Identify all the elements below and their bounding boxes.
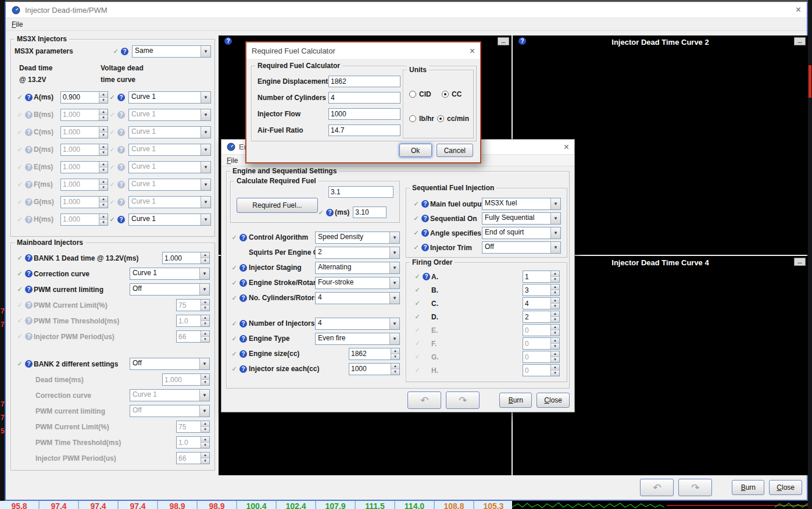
help-icon[interactable]: ? xyxy=(239,365,247,373)
setting-spinner[interactable]: ▲▼ xyxy=(349,363,400,375)
setting-combo[interactable]: MS3X fuel▼ xyxy=(482,198,561,210)
dropdown-arrow-icon[interactable]: ▼ xyxy=(201,162,210,173)
field-input[interactable] xyxy=(328,76,400,87)
firing-order-spinner[interactable]: ▲▼ xyxy=(523,270,560,283)
help-icon[interactable]: ? xyxy=(117,181,125,188)
help-icon[interactable]: ? xyxy=(117,129,125,136)
dropdown-arrow-icon[interactable]: ▼ xyxy=(201,127,210,138)
dropdown-arrow-icon[interactable]: ▼ xyxy=(550,242,560,253)
dropdown-arrow-icon[interactable]: ▼ xyxy=(201,197,210,208)
spinner-arrows[interactable]: ▲▼ xyxy=(99,144,108,155)
unit-radio[interactable]: CID xyxy=(409,90,431,98)
setting-spinner[interactable]: ▲▼ xyxy=(349,348,400,360)
help-icon[interactable]: ? xyxy=(121,48,128,55)
setting-combo[interactable]: 4▼ xyxy=(315,318,400,330)
spinner-arrows[interactable]: ▲▼ xyxy=(391,348,399,359)
spinner-arrows[interactable]: ▲▼ xyxy=(201,300,209,311)
spinner-input[interactable] xyxy=(523,365,550,376)
spinner-arrows[interactable]: ▲▼ xyxy=(391,364,399,375)
ok-button[interactable]: Ok xyxy=(399,144,432,157)
spinner-input[interactable] xyxy=(177,331,201,342)
dropdown-arrow-icon[interactable]: ▼ xyxy=(199,405,209,417)
spinner-input[interactable] xyxy=(349,348,391,359)
spinner-input[interactable] xyxy=(177,300,201,311)
spinner-arrows[interactable]: ▲▼ xyxy=(201,252,209,264)
setting-combo[interactable]: End of squirt▼ xyxy=(482,227,561,239)
dropdown-arrow-icon[interactable]: ▼ xyxy=(201,46,210,57)
setting-combo[interactable]: Curve 1▼ xyxy=(130,389,210,401)
deadtime-spinner[interactable]: ▲▼ xyxy=(60,109,108,121)
chart-menu-button[interactable]: ... xyxy=(498,37,509,45)
help-icon[interactable]: ? xyxy=(239,294,247,302)
help-icon[interactable]: ? xyxy=(117,94,125,101)
radio-circle-icon[interactable] xyxy=(437,115,444,122)
close-icon[interactable]: × xyxy=(470,47,475,56)
setting-combo[interactable]: Fully Sequential▼ xyxy=(482,212,561,225)
spinner-arrows[interactable]: ▲▼ xyxy=(550,311,559,322)
spinner-arrows[interactable]: ▲▼ xyxy=(550,325,559,336)
spinner-input[interactable] xyxy=(61,162,99,173)
help-icon[interactable]: ? xyxy=(421,244,429,251)
help-icon[interactable]: ? xyxy=(117,163,125,171)
spinner-input[interactable] xyxy=(177,437,201,448)
spinner-arrows[interactable]: ▲▼ xyxy=(201,331,209,342)
voltage-curve-combo[interactable]: Curve 1▼ xyxy=(128,213,211,226)
redo-button[interactable]: ↷ xyxy=(446,391,480,409)
setting-combo[interactable]: Off▼ xyxy=(482,241,561,254)
spinner-arrows[interactable]: ▲▼ xyxy=(99,197,108,208)
spinner-input[interactable] xyxy=(177,453,201,464)
setting-combo[interactable]: Four-stroke▼ xyxy=(315,277,400,289)
setting-spinner[interactable]: ▲▼ xyxy=(176,299,210,311)
help-icon[interactable]: ? xyxy=(25,181,33,188)
close-button[interactable]: Close xyxy=(536,393,570,408)
dropdown-arrow-icon[interactable]: ▼ xyxy=(199,284,209,295)
unit-radio[interactable]: CC xyxy=(442,90,462,98)
setting-combo[interactable]: 4▼ xyxy=(315,292,400,304)
spinner-arrows[interactable]: ▲▼ xyxy=(550,271,559,282)
menu-file[interactable]: File xyxy=(227,156,238,165)
spinner-input[interactable] xyxy=(61,109,99,120)
spinner-input[interactable] xyxy=(61,214,99,225)
dropdown-arrow-icon[interactable]: ▼ xyxy=(199,268,209,279)
help-icon[interactable]: ? xyxy=(239,279,247,287)
spinner-input[interactable] xyxy=(177,315,201,326)
radio-circle-icon[interactable] xyxy=(442,91,449,98)
spinner-input[interactable] xyxy=(61,92,99,103)
help-icon[interactable]: ? xyxy=(421,200,429,208)
spinner-input[interactable] xyxy=(523,298,550,309)
dropdown-arrow-icon[interactable]: ▼ xyxy=(550,213,560,224)
chart-menu-button[interactable]: ... xyxy=(794,37,806,45)
setting-spinner[interactable]: ▲▼ xyxy=(176,315,210,327)
spinner-arrows[interactable]: ▲▼ xyxy=(550,298,559,309)
radio-circle-icon[interactable] xyxy=(409,115,416,122)
help-icon[interactable]: ? xyxy=(25,301,33,309)
spinner-arrows[interactable]: ▲▼ xyxy=(550,284,559,296)
voltage-curve-combo[interactable]: Curve 1▼ xyxy=(128,91,211,104)
help-icon[interactable]: ? xyxy=(25,146,33,154)
deadtime-spinner[interactable]: ▲▼ xyxy=(60,161,108,173)
help-icon[interactable]: ? xyxy=(117,216,125,223)
voltage-curve-combo[interactable]: Curve 1▼ xyxy=(128,196,211,208)
help-icon[interactable]: ? xyxy=(239,234,247,241)
firing-order-spinner[interactable]: ▲▼ xyxy=(523,311,560,323)
help-icon[interactable]: ? xyxy=(25,163,33,171)
spinner-arrows[interactable]: ▲▼ xyxy=(201,374,209,385)
field-input[interactable] xyxy=(328,92,400,104)
required-fuel-ms-input[interactable] xyxy=(353,207,387,218)
help-icon[interactable]: ? xyxy=(239,335,247,343)
setting-spinner[interactable]: ▲▼ xyxy=(176,452,210,464)
spinner-arrows[interactable]: ▲▼ xyxy=(99,109,108,120)
required-fuel-value-input[interactable] xyxy=(328,186,394,198)
dropdown-arrow-icon[interactable]: ▼ xyxy=(389,277,399,289)
chart-menu-button[interactable]: ... xyxy=(794,258,806,266)
dropdown-arrow-icon[interactable]: ▼ xyxy=(201,214,210,225)
setting-spinner[interactable]: ▲▼ xyxy=(176,330,210,343)
spinner-input[interactable] xyxy=(523,311,550,322)
voltage-curve-combo[interactable]: Curve 1▼ xyxy=(128,179,211,191)
help-icon[interactable]: ? xyxy=(239,264,247,272)
spinner-arrows[interactable]: ▲▼ xyxy=(550,365,559,376)
dropdown-arrow-icon[interactable]: ▼ xyxy=(389,262,399,273)
dropdown-arrow-icon[interactable]: ▼ xyxy=(201,144,210,155)
help-icon[interactable]: ? xyxy=(25,216,33,223)
dropdown-arrow-icon[interactable]: ▼ xyxy=(389,247,399,258)
